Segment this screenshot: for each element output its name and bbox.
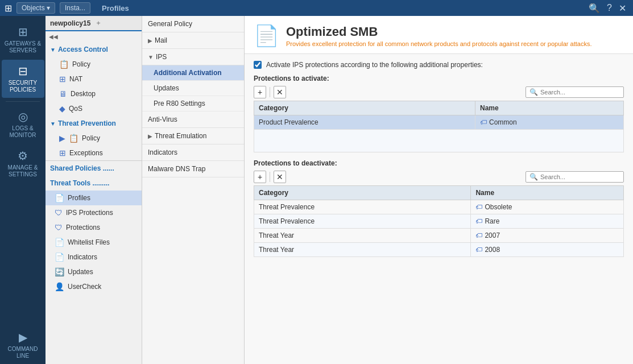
activate-toolbar: + ✕ 🔍 — [254, 86, 624, 98]
table-row[interactable]: Product Prevalence 🏷Common — [254, 115, 624, 130]
nav-protections-label: Protections — [66, 224, 100, 231]
deactivate-remove-button[interactable]: ✕ — [274, 171, 286, 183]
deactivate-search-input[interactable] — [540, 173, 620, 180]
sidebar-item-logs[interactable]: ◎ LOGS &MONITOR — [2, 105, 44, 143]
protections-icon: 🛡 — [55, 223, 63, 232]
table-row[interactable]: Threat Year 🏷2008 — [254, 243, 624, 257]
nav-desktop-label: Desktop — [71, 90, 96, 98]
mid-nav-pre-r80[interactable]: Pre R80 Settings — [142, 96, 244, 111]
access-control-label: Access Control — [58, 46, 108, 53]
indicators-icon: 📄 — [55, 253, 64, 262]
profile-title: Optimized SMB — [286, 24, 591, 39]
deactivate-row-category: Threat Prevalence — [254, 214, 471, 229]
nav-item-qos[interactable]: ◆ QoS — [45, 101, 142, 116]
nat-icon: ⊞ — [59, 75, 66, 84]
nav-item-desktop[interactable]: 🖥 Desktop — [45, 86, 142, 101]
table-row[interactable]: Threat Prevalence 🏷Rare — [254, 214, 624, 229]
updates-icon: 🔄 — [55, 267, 64, 276]
search-icon[interactable]: 🔍 — [586, 3, 602, 14]
profile-header-icon: 📄 — [254, 24, 279, 48]
mid-nav-mail[interactable]: ▶ Mail — [142, 32, 244, 49]
policy2-icon: 📋 — [69, 134, 78, 143]
tag-icon: 🏷 — [475, 231, 482, 239]
deactivate-row-category: Threat Year — [254, 243, 471, 257]
activate-remove-button[interactable]: ✕ — [274, 86, 286, 98]
activate-add-button[interactable]: + — [254, 86, 266, 98]
close-icon[interactable]: ✕ — [617, 3, 628, 14]
mid-nav-indicators[interactable]: Indicators — [142, 144, 244, 161]
activate-row-name: 🏷Common — [475, 115, 623, 130]
nav-section-access-control[interactable]: ▼ Access Control — [45, 42, 142, 57]
objects-button[interactable]: Objects ▾ — [16, 2, 55, 14]
activate-table: Category Name Product Prevalence 🏷Common — [254, 101, 624, 152]
nav-item-policy[interactable]: 📋 Policy — [45, 57, 142, 72]
cmdline-icon: ▶ — [19, 330, 27, 344]
sidebar-cmdline-label: COMMANDLINE — [8, 346, 38, 359]
tag-icon: 🏷 — [475, 246, 482, 254]
deactivate-add-button[interactable]: + — [254, 171, 266, 183]
main-layout: ⊞ GATEWAYS & SERVERS ⊟ SECURITYPOLICIES … — [0, 16, 633, 364]
mid-nav-threat-emulation[interactable]: ▶ Threat Emulation — [142, 128, 244, 144]
whitelist-icon: 📄 — [55, 238, 64, 247]
nav-tool-ips-protections[interactable]: 🛡 IPS Protections — [45, 205, 142, 220]
nav-item-nat[interactable]: ⊞ NAT — [45, 72, 142, 86]
mid-nav-updates[interactable]: Updates — [142, 81, 244, 96]
deactivate-row-name: 🏷Obsolete — [471, 200, 624, 214]
activate-search-icon: 🔍 — [529, 88, 538, 96]
nav-tool-updates[interactable]: 🔄 Updates — [45, 264, 142, 279]
table-row-empty — [254, 130, 624, 152]
deactivate-search-box: 🔍 — [526, 171, 624, 183]
activate-search-box: 🔍 — [526, 86, 624, 98]
nav-tool-profiles[interactable]: 📄 Profiles — [45, 191, 142, 205]
sidebar-manage-label: MANAGE &SETTINGS — [8, 164, 38, 178]
mid-nav-malware-dns[interactable]: Malware DNS Trap — [142, 161, 244, 177]
table-row[interactable]: Threat Year 🏷2007 — [254, 229, 624, 243]
sidebar-item-cmdline[interactable]: ▶ COMMANDLINE — [2, 326, 44, 364]
profiles-icon: 📄 — [55, 193, 64, 202]
nav-tab-add[interactable]: ＋ — [95, 18, 102, 28]
mid-nav-ips[interactable]: ▼ IPS — [142, 49, 244, 65]
section-activate-label: Protections to activate: — [254, 75, 624, 82]
ips-arrow: ▼ — [148, 54, 154, 60]
deactivate-row-name: 🏷2007 — [471, 229, 624, 243]
manage-icon: ⚙ — [18, 149, 28, 163]
nav-section-threat-prevention[interactable]: ▼ Threat Prevention — [45, 116, 142, 131]
nav-tool-usercheck[interactable]: 👤 UserCheck — [45, 279, 142, 294]
app-logo: ⊞ — [5, 3, 12, 14]
nav-shared-policies: Shared Policies ...... — [45, 160, 142, 176]
deactivate-col-name: Name — [471, 186, 624, 200]
nav-collapse-arrow[interactable]: ◀◀ — [45, 31, 142, 42]
sidebar-item-gateways[interactable]: ⊞ GATEWAYS & SERVERS — [2, 20, 44, 59]
sidebar-item-security[interactable]: ⊟ SECURITYPOLICIES — [2, 60, 44, 98]
mid-nav-anti-virus[interactable]: Anti-Virus — [142, 111, 244, 128]
activate-checkbox[interactable] — [254, 61, 262, 69]
table-row[interactable]: Threat Prevalence 🏷Obsolete — [254, 200, 624, 214]
tag-icon: 🏷 — [475, 217, 482, 225]
deactivate-table: Category Name Threat Prevalence 🏷Obsolet… — [254, 185, 624, 257]
nav-tool-indicators[interactable]: 📄 Indicators — [45, 250, 142, 264]
deactivate-row-name: 🏷Rare — [471, 214, 624, 229]
mid-nav-general-policy[interactable]: General Policy — [142, 16, 244, 32]
mid-nav-antivirus-label: Anti-Virus — [148, 115, 177, 123]
deactivate-search-icon: 🔍 — [529, 173, 538, 181]
desktop-icon: 🖥 — [59, 89, 67, 98]
nav-updates-label: Updates — [68, 268, 93, 276]
tag-icon: 🏷 — [480, 118, 487, 126]
nav-tool-protections[interactable]: 🛡 Protections — [45, 220, 142, 235]
mid-nav-threat-emulation-label: Threat Emulation — [155, 132, 206, 140]
nav-item-tp-policy[interactable]: ▶ 📋 Policy — [45, 131, 142, 146]
threat-prevention-arrow: ▼ — [50, 121, 56, 127]
mid-nav-pre-r80-label: Pre R80 Settings — [154, 100, 205, 107]
nav-item-exceptions[interactable]: ⊞ Exceptions — [45, 146, 142, 160]
nav-tool-whitelist[interactable]: 📄 Whitelist Files — [45, 235, 142, 250]
mid-nav-additional-activation[interactable]: Additional Activation — [142, 65, 244, 81]
install-button[interactable]: Insta... — [60, 2, 90, 14]
ips-protections-icon: 🛡 — [55, 208, 63, 217]
content-header-text: Optimized SMB Provides excellent protect… — [286, 24, 591, 47]
activate-search-input[interactable] — [540, 89, 620, 96]
toolbar-sep-1 — [270, 87, 270, 97]
sidebar-item-manage[interactable]: ⚙ MANAGE &SETTINGS — [2, 144, 44, 183]
nav-qos-label: QoS — [69, 105, 82, 113]
help-icon[interactable]: ? — [605, 3, 614, 14]
nav-panel: newpolicy15 ＋ ◀◀ ▼ Access Control 📋 Poli… — [45, 16, 142, 364]
